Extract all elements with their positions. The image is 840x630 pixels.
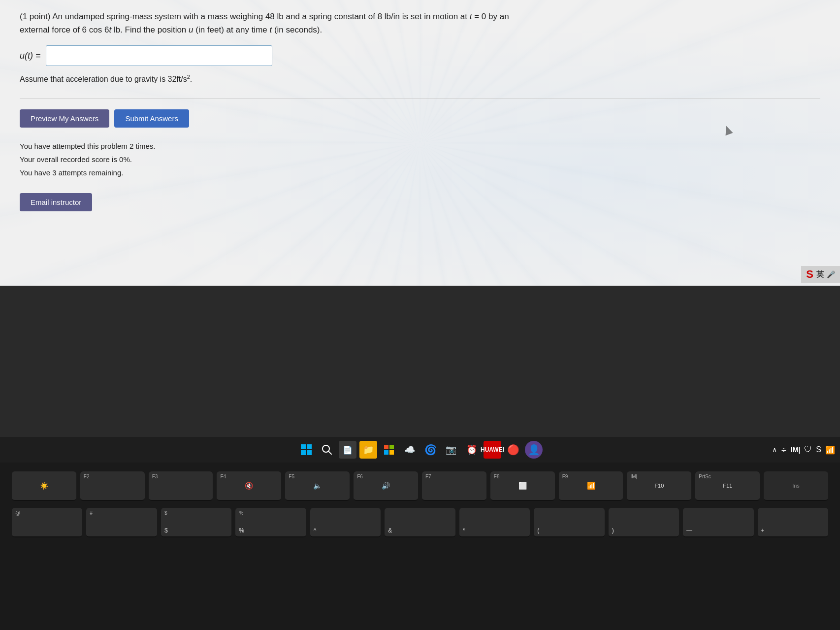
email-instructor-button[interactable]: Email instructor	[20, 193, 92, 211]
key-dollar[interactable]: $ $	[161, 508, 231, 537]
answer-input[interactable]	[46, 45, 272, 66]
key-at[interactable]: @	[12, 508, 82, 537]
svg-line-5	[328, 451, 331, 454]
problem-statement: (1 point) An undamped spring-mass system…	[20, 10, 820, 36]
taskbar-avatar-icon[interactable]: 👤	[525, 441, 543, 459]
key-hash[interactable]: #	[86, 508, 157, 537]
attempt-line3: You have 3 attempts remaining.	[20, 166, 820, 179]
gravity-note: Assume that acceleration due to gravity …	[20, 74, 820, 84]
taskbar-windows-icon[interactable]	[297, 441, 315, 459]
taskbar-shield-icon[interactable]: 🛡	[804, 445, 812, 454]
button-row: Preview My Answers Submit Answers	[20, 109, 820, 128]
key-f7[interactable]: F7	[422, 471, 486, 501]
taskbar-folder-icon[interactable]: 📁	[359, 441, 377, 459]
attempt-line2: Your overall recorded score is 0%.	[20, 153, 820, 166]
taskbar-wifi-icon[interactable]: 📶	[825, 445, 835, 455]
key-f2[interactable]: F2	[80, 471, 145, 501]
taskbar-file-icon[interactable]: 📄	[339, 441, 356, 459]
key-ampersand[interactable]: &	[385, 508, 455, 537]
taskbar-huawei-icon[interactable]: HUAWEI	[484, 441, 501, 459]
svg-rect-9	[389, 450, 394, 455]
submit-button[interactable]: Submit Answers	[114, 109, 189, 128]
ime-lang: 英	[816, 270, 824, 279]
key-f12[interactable]: Ins	[764, 471, 828, 501]
taskbar-edge-icon[interactable]: 🌀	[421, 441, 439, 459]
key-f6[interactable]: 🔊 F6	[354, 471, 418, 501]
svg-rect-7	[389, 445, 394, 449]
key-plus[interactable]: +	[758, 508, 828, 537]
taskbar-chevron-icon[interactable]: ∧	[772, 446, 777, 454]
taskbar-s-icon[interactable]: S	[816, 445, 821, 454]
taskbar-search-icon[interactable]	[318, 441, 336, 459]
key-f11[interactable]: PrtSc F11	[695, 471, 760, 501]
taskbar-right-area: ∧ ≑ IM| 🛡 S 📶	[772, 445, 835, 455]
attempt-info: You have attempted this problem 2 times.…	[20, 139, 820, 179]
taskbar-network-icon[interactable]: ≑	[781, 446, 787, 454]
taskbar-clock-icon[interactable]: ⏰	[463, 441, 481, 459]
svg-rect-2	[301, 450, 306, 455]
answer-label: u(t) =	[20, 51, 41, 61]
answer-row: u(t) =	[20, 45, 820, 66]
divider	[20, 98, 820, 99]
key-f10[interactable]: IM| F10	[627, 471, 691, 501]
attempt-line1: You have attempted this problem 2 times.	[20, 139, 820, 153]
key-asterisk[interactable]: *	[459, 508, 530, 537]
taskbar-chrome-icon[interactable]: 🔴	[504, 441, 522, 459]
taskbar-windows2-icon[interactable]	[380, 441, 398, 459]
ime-indicator: S 英 🎤	[801, 266, 840, 283]
key-brightness[interactable]: ☀️	[12, 471, 76, 501]
svg-rect-6	[384, 445, 388, 449]
svg-rect-0	[301, 444, 306, 449]
key-percent[interactable]: % %	[235, 508, 306, 537]
taskbar-onedrive-icon[interactable]: ☁️	[401, 441, 419, 459]
key-closeparen[interactable]: )	[609, 508, 679, 537]
key-vol-up-sm[interactable]: 🔈 F5	[285, 471, 350, 501]
keyboard-area: ☀️ F2 F3 🔇 F4 🔈 F5 🔊 F6 F7 ⬜ F8 📶 F9	[0, 463, 840, 630]
taskbar: 📄 📁 ☁️ 🌀 📷 ⏰ HUAWEI 🔴 👤 ∧ ≑ IM| 🛡	[0, 437, 840, 463]
svg-rect-8	[384, 450, 388, 455]
key-dash[interactable]: —	[683, 508, 753, 537]
symbol-key-row: @ # $ $ % % ^ & * ( ) — +	[12, 508, 828, 537]
key-caret[interactable]: ^	[310, 508, 381, 537]
key-openparen[interactable]: (	[534, 508, 604, 537]
key-vol-down[interactable]: 🔇 F4	[217, 471, 281, 501]
svg-rect-3	[307, 450, 312, 455]
key-f3[interactable]: F3	[149, 471, 213, 501]
preview-button[interactable]: Preview My Answers	[20, 109, 109, 128]
ime-s-icon: S	[806, 268, 813, 281]
key-wifi[interactable]: 📶 F9	[559, 471, 623, 501]
svg-rect-1	[307, 444, 312, 449]
key-f8[interactable]: ⬜ F8	[490, 471, 555, 501]
ime-mic-icon: 🎤	[827, 270, 835, 278]
taskbar-camera-icon[interactable]: 📷	[442, 441, 460, 459]
fn-key-row: ☀️ F2 F3 🔇 F4 🔈 F5 🔊 F6 F7 ⬜ F8 📶 F9	[12, 471, 828, 501]
taskbar-ime-icon[interactable]: IM|	[791, 446, 800, 454]
